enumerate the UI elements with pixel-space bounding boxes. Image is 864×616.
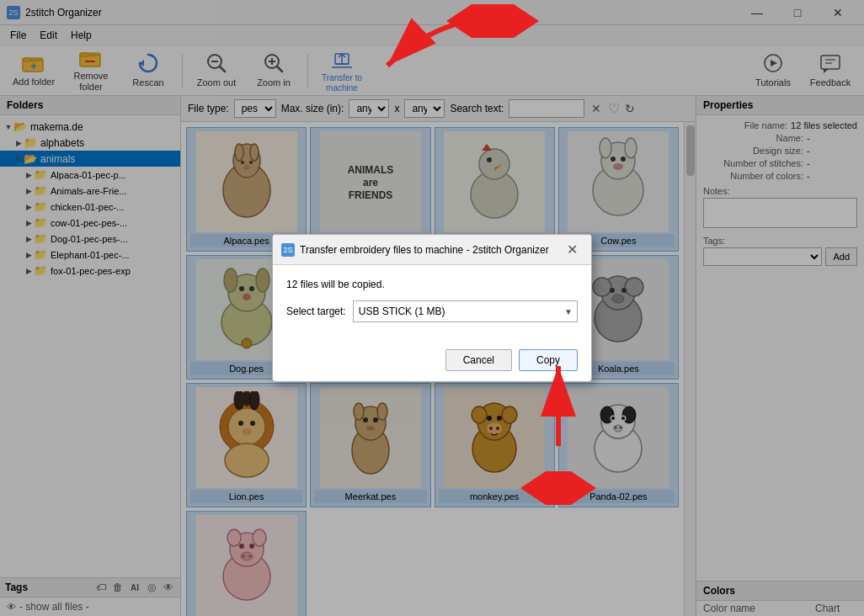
modal-title: Transfer embroidery files to machine - 2… [300, 244, 549, 256]
modal-app-icon: 2S [281, 243, 295, 257]
select-target-label: Select target: [286, 305, 346, 317]
cancel-button[interactable]: Cancel [445, 349, 512, 371]
modal-dialog: 2S Transfer embroidery files to machine … [272, 234, 592, 382]
target-select[interactable]: USB STICK (1 MB) [353, 300, 578, 322]
modal-body: 12 files will be copied. Select target: … [273, 265, 591, 349]
modal-close-button[interactable]: ✕ [562, 240, 583, 259]
modal-footer: Cancel Copy [273, 349, 591, 381]
copy-button[interactable]: Copy [519, 349, 578, 371]
modal-titlebar: 2S Transfer embroidery files to machine … [273, 235, 591, 265]
modal-title-left: 2S Transfer embroidery files to machine … [281, 243, 549, 257]
modal-overlay: 2S Transfer embroidery files to machine … [0, 0, 864, 616]
modal-info-text: 12 files will be copied. [286, 279, 578, 290]
target-select-wrapper: USB STICK (1 MB) ▼ [353, 300, 578, 322]
modal-target-field: Select target: USB STICK (1 MB) ▼ [286, 300, 578, 322]
